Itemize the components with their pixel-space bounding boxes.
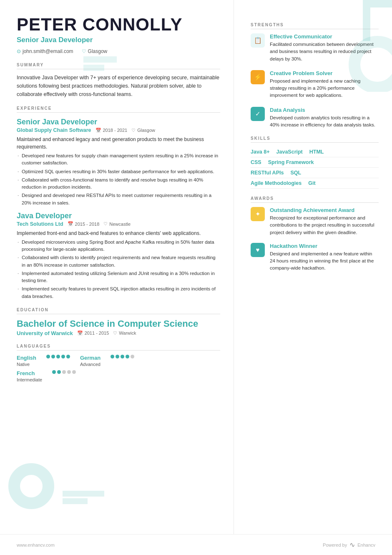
award-heart-icon: ♥ xyxy=(256,246,260,253)
awards-label: AWARDS xyxy=(251,196,379,203)
page-footer: www.enhancv.com Powered by ∿ Enhancv xyxy=(0,534,392,555)
award-1: ✦ Outstanding Achievement Award Recogniz… xyxy=(251,207,379,236)
header-section: PETER CONNOLLY Senior Java Developer ⊙ j… xyxy=(17,15,220,54)
dot xyxy=(121,355,124,358)
dot xyxy=(116,355,119,358)
lang-french: French Intermediate xyxy=(17,370,42,382)
strength-2-desc: Proposed and implemented a new caching s… xyxy=(270,78,379,99)
skill-css: CSS xyxy=(251,159,268,165)
dot xyxy=(72,370,76,374)
strength-1-title: Effective Communicator xyxy=(270,33,379,40)
lang-english: English Native xyxy=(17,355,36,367)
email-contact: ⊙ john.smith@email.com xyxy=(17,48,73,54)
skill-git: Git xyxy=(308,180,322,186)
languages-row-2: French Intermediate xyxy=(17,370,220,382)
resume-page: PETER CONNOLLY Senior Java Developer ⊙ j… xyxy=(0,0,392,555)
location-contact: ♡ Glasgow xyxy=(82,48,108,54)
skill-spring: Spring Framework xyxy=(268,159,321,165)
dot xyxy=(111,355,114,358)
communicator-icon: 📋 xyxy=(254,37,262,44)
awards-section: AWARDS ✦ Outstanding Achievement Award R… xyxy=(251,196,379,272)
skills-row-2: CSS Spring Framework xyxy=(251,157,379,168)
edu-location: ♡ Warwick xyxy=(113,330,136,336)
strength-3-title: Data Analysis xyxy=(270,107,379,113)
dot xyxy=(56,355,60,358)
award-2-desc: Designed and implemented a new feature w… xyxy=(270,250,379,272)
award-1-title: Outstanding Achievement Award xyxy=(270,207,379,213)
strength-2-content: Creative Problem Solver Proposed and imp… xyxy=(270,70,379,99)
strength-3-content: Data Analysis Developed custom analytics… xyxy=(270,107,379,129)
job-2-desc: Implemented front-end and back-end featu… xyxy=(17,230,220,237)
pin-icon-edu: ♡ xyxy=(113,330,117,336)
award-2-content: Hackathon Winner Designed and implemente… xyxy=(270,243,379,272)
award-1-content: Outstanding Achievement Award Recognized… xyxy=(270,207,379,236)
job-1-company: Global Supply Chain Software xyxy=(17,127,91,133)
skills-row-1: Java 8+ JavaScript HTML xyxy=(251,147,379,157)
lang-german-name: German xyxy=(80,355,101,361)
dot xyxy=(61,355,65,358)
pin-icon-2: ♡ xyxy=(103,221,108,227)
skills-section: SKILLS Java 8+ JavaScript HTML CSS Sprin… xyxy=(251,136,379,189)
edu-school-row: University of Warwick 📅 2011 - 2015 ♡ Wa… xyxy=(17,330,220,336)
strength-2-title: Creative Problem Solver xyxy=(270,70,379,76)
award-2-icon-box: ♥ xyxy=(251,243,265,257)
lang-english-name: English xyxy=(17,355,36,361)
skills-row-4: Agile Methodologies Git xyxy=(251,178,379,189)
list-item: Collaborated with clients to identify pr… xyxy=(17,254,220,269)
list-item: Implemented automated testing utilizing … xyxy=(17,270,220,285)
problem-solver-icon: ⚡ xyxy=(254,73,262,81)
edu-school: University of Warwick xyxy=(17,330,73,336)
data-analysis-icon: ✓ xyxy=(255,110,261,118)
edu-degree: Bachelor of Science in Computer Science xyxy=(17,318,220,329)
dot xyxy=(46,355,50,358)
lang-german-level: Advanced xyxy=(80,362,101,367)
job-1-location: ♡ Glasgow xyxy=(131,128,155,133)
summary-text: Innovative Java Developer with 7+ years … xyxy=(17,73,220,98)
strength-1-icon-box: 📋 xyxy=(251,33,265,48)
skill-js: JavaScript xyxy=(276,149,309,155)
strengths-label: STRENGTHS xyxy=(251,23,379,29)
brand-name: Enhancv xyxy=(357,542,375,547)
bottom-left-deco xyxy=(0,451,234,534)
bottom-decoration xyxy=(0,451,392,534)
job-2-dates: 📅 2015 - 2018 xyxy=(68,221,100,227)
strength-1: 📋 Effective Communicator Facilitated com… xyxy=(251,33,379,63)
strength-1-content: Effective Communicator Facilitated commu… xyxy=(270,33,379,63)
award-2-title: Hackathon Winner xyxy=(270,243,379,249)
list-item: Implemented security features to prevent… xyxy=(17,285,220,300)
skill-sql: SQL xyxy=(290,170,308,176)
award-1-desc: Recognized for exceptional performance a… xyxy=(270,214,379,236)
footer-brand: Powered by ∿ Enhancv xyxy=(323,541,375,549)
dot xyxy=(51,355,55,358)
lang-french-name: French xyxy=(17,370,42,376)
strength-2: ⚡ Creative Problem Solver Proposed and i… xyxy=(251,70,379,99)
experience-label: EXPERIENCE xyxy=(17,106,220,113)
dot xyxy=(62,370,66,374)
skills-label: SKILLS xyxy=(251,136,379,143)
big-o-shape xyxy=(8,463,54,509)
rect-deco-1 xyxy=(63,491,104,497)
skills-row-3: RESTful APIs SQL xyxy=(251,168,379,178)
languages-row: English Native German Advanced xyxy=(17,355,220,367)
experience-section: EXPERIENCE Senior Java Developer Global … xyxy=(17,106,220,300)
award-1-icon-box: ✦ xyxy=(251,207,265,221)
summary-section: SUMMARY Innovative Java Developer with 7… xyxy=(17,63,220,98)
right-column: STRENGTHS 📋 Effective Communicator Facil… xyxy=(234,0,392,451)
email-value: john.smith@email.com xyxy=(23,48,73,54)
job-2-location: ♡ Newcastle xyxy=(103,221,131,227)
lang-german-dots xyxy=(111,355,134,358)
strength-1-desc: Facilitated communication between develo… xyxy=(270,41,379,63)
job-2-company-row: Tech Solutions Ltd 📅 2015 - 2018 ♡ Newca… xyxy=(17,221,220,227)
left-column: PETER CONNOLLY Senior Java Developer ⊙ j… xyxy=(0,0,234,451)
bottom-right-deco xyxy=(234,451,392,534)
footer-website: www.enhancv.com xyxy=(17,542,55,547)
languages-section: LANGUAGES English Native xyxy=(17,344,220,382)
location-value: Glasgow xyxy=(88,48,108,54)
job-1-title: Senior Java Developer xyxy=(17,118,220,126)
dot xyxy=(126,355,129,358)
location-icon: ♡ xyxy=(82,48,86,54)
list-item: Developed microservices using Spring Boo… xyxy=(17,239,220,253)
calendar-icon-2: 📅 xyxy=(68,221,73,227)
job-1-dates: 📅 2018 - 2021 xyxy=(95,128,128,133)
strength-3-icon-box: ✓ xyxy=(251,107,265,121)
